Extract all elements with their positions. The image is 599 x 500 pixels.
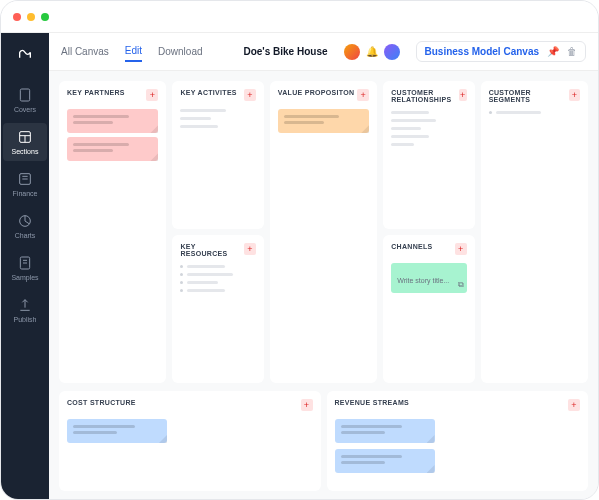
section-key-activities: KEY ACTIVITES +	[172, 81, 263, 229]
avatar[interactable]	[344, 44, 360, 60]
canvas-card-editable[interactable]: Write story title... ⧉	[391, 263, 466, 293]
card-placeholder: Write story title...	[397, 277, 449, 284]
sidebar-item-finance[interactable]: Finance	[3, 165, 47, 203]
sidebar-label: Publish	[14, 316, 37, 323]
sidebar-label: Charts	[15, 232, 36, 239]
sidebar-item-sections[interactable]: Sections	[3, 123, 47, 161]
sidebar-item-samples[interactable]: Samples	[3, 249, 47, 287]
sidebar-item-covers[interactable]: Covers	[3, 81, 47, 119]
notifications-icon[interactable]: 🔔	[366, 46, 378, 57]
section-value-proposition: VALUE PROPOSITON +	[270, 81, 377, 383]
sidebar-label: Sections	[12, 148, 39, 155]
topbar: All Canvas Edit Download Doe's Bike Hous…	[49, 33, 598, 71]
charts-icon	[17, 213, 33, 229]
section-title: REVENUE STREAMS	[335, 399, 410, 406]
app-window: Covers Sections Finance Charts Samples P…	[0, 0, 599, 500]
sidebar-item-charts[interactable]: Charts	[3, 207, 47, 245]
section-title: KEY ACTIVITES	[180, 89, 236, 96]
section-channels: CHANNELS + Write story title... ⧉	[383, 235, 474, 383]
canvas-card[interactable]	[278, 109, 369, 133]
placeholder-content	[180, 265, 255, 297]
section-title: CUSTOMER SEGMENTS	[489, 89, 569, 103]
section-title: KEY RESOURCES	[180, 243, 244, 257]
main-content: All Canvas Edit Download Doe's Bike Hous…	[49, 33, 598, 500]
add-card-button[interactable]: +	[146, 89, 158, 101]
avatar[interactable]	[384, 44, 400, 60]
section-customer-segments: CUSTOMER SEGMENTS +	[481, 81, 588, 383]
minimize-window-button[interactable]	[27, 13, 35, 21]
sections-icon	[17, 129, 33, 145]
add-card-button[interactable]: +	[244, 89, 256, 101]
section-customer-relationships: CUSTOMER RELATIONSHIPS +	[383, 81, 474, 229]
canvas-card[interactable]	[67, 109, 158, 133]
section-title: COST STRUCTURE	[67, 399, 136, 406]
app-logo[interactable]	[11, 41, 39, 69]
canvas-board: KEY PARTNERS + KEY ACTIVITES +	[49, 71, 598, 500]
canvas-title: Business Model Canvas	[425, 46, 539, 57]
tab-download[interactable]: Download	[158, 42, 202, 61]
add-card-button[interactable]: +	[568, 399, 580, 411]
section-title: CUSTOMER RELATIONSHIPS	[391, 89, 459, 103]
copy-icon[interactable]: ⧉	[458, 280, 464, 290]
add-card-button[interactable]: +	[244, 243, 256, 255]
pin-icon[interactable]: 📌	[547, 46, 559, 57]
tab-edit[interactable]: Edit	[125, 41, 142, 62]
add-card-button[interactable]: +	[569, 89, 580, 101]
document-title: Doe's Bike House	[243, 46, 327, 57]
canvas-card[interactable]	[335, 449, 435, 473]
sidebar: Covers Sections Finance Charts Samples P…	[1, 33, 49, 500]
canvas-card[interactable]	[335, 419, 435, 443]
canvas-card[interactable]	[67, 419, 167, 443]
add-card-button[interactable]: +	[459, 89, 467, 101]
section-cost-structure: COST STRUCTURE +	[59, 391, 321, 491]
placeholder-content	[391, 111, 466, 151]
samples-icon	[17, 255, 33, 271]
covers-icon	[17, 87, 33, 103]
svg-rect-0	[20, 89, 29, 101]
add-card-button[interactable]: +	[455, 243, 467, 255]
titlebar	[1, 1, 598, 33]
sidebar-label: Finance	[13, 190, 38, 197]
section-title: CHANNELS	[391, 243, 432, 250]
maximize-window-button[interactable]	[41, 13, 49, 21]
sidebar-label: Samples	[11, 274, 38, 281]
sidebar-label: Covers	[14, 106, 36, 113]
canvas-selector[interactable]: Business Model Canvas 📌 🗑	[416, 41, 586, 62]
placeholder-content	[180, 109, 255, 133]
canvas-card[interactable]	[67, 137, 158, 161]
section-key-resources: KEY RESOURCES +	[172, 235, 263, 383]
tab-all-canvas[interactable]: All Canvas	[61, 42, 109, 61]
trash-icon[interactable]: 🗑	[567, 46, 577, 57]
add-card-button[interactable]: +	[357, 89, 369, 101]
add-card-button[interactable]: +	[301, 399, 313, 411]
sidebar-item-publish[interactable]: Publish	[3, 291, 47, 329]
publish-icon	[17, 297, 33, 313]
section-key-partners: KEY PARTNERS +	[59, 81, 166, 383]
close-window-button[interactable]	[13, 13, 21, 21]
section-revenue-streams: REVENUE STREAMS +	[327, 391, 589, 491]
section-title: VALUE PROPOSITON	[278, 89, 355, 96]
section-title: KEY PARTNERS	[67, 89, 125, 96]
logo-icon	[17, 47, 33, 63]
finance-icon	[17, 171, 33, 187]
placeholder-content	[489, 111, 580, 119]
collaborators: 🔔	[344, 44, 400, 60]
